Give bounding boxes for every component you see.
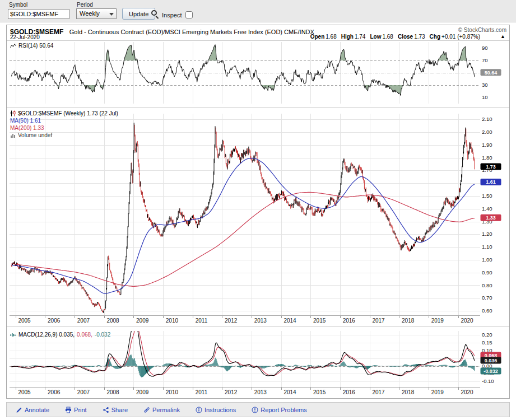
period-label: Period <box>77 2 93 8</box>
svg-text:2018: 2018 <box>402 389 415 395</box>
svg-text:2008: 2008 <box>106 318 119 324</box>
svg-text:1.20: 1.20 <box>482 231 492 237</box>
annotate-link[interactable]: Annotate <box>16 407 49 413</box>
permalink-link[interactable]: Permalink <box>143 407 180 413</box>
price-panel <box>11 123 475 313</box>
svg-text:2018: 2018 <box>402 318 415 324</box>
svg-text:2011: 2011 <box>196 389 208 395</box>
svg-text:0.15: 0.15 <box>482 339 492 346</box>
svg-text:1.33: 1.33 <box>486 215 496 221</box>
svg-text:1.80: 1.80 <box>482 155 492 161</box>
svg-text:2015: 2015 <box>313 318 326 324</box>
quote-open: Open1.68 <box>310 34 337 40</box>
volume-bars-icon <box>10 132 16 138</box>
svg-text:1.50: 1.50 <box>482 193 492 199</box>
ma200-legend: MA(200) 1.33 <box>10 125 44 131</box>
bottom-toolbar: Annotate Print Share Permalink <box>6 402 510 417</box>
info-icon <box>196 407 202 413</box>
svg-text:0.036: 0.036 <box>485 358 498 363</box>
svg-text:2017: 2017 <box>372 318 385 324</box>
macd-legend-hist: -0.032 <box>95 332 110 338</box>
chevron-down-icon <box>109 13 114 16</box>
svg-text:0.80: 0.80 <box>482 282 492 288</box>
macd-histogram-icon <box>10 332 16 338</box>
svg-text:2013: 2013 <box>254 389 267 395</box>
svg-text:2014: 2014 <box>283 389 296 395</box>
quote-row: Open1.68 High1.74 Low1.68 Close1.73 Chg+… <box>310 34 480 40</box>
top-toolbar: Symbol Period Weekly Update Inspect <box>0 0 516 22</box>
symbol-label: Symbol <box>9 2 27 8</box>
svg-text:30: 30 <box>482 82 488 88</box>
period-select[interactable]: Weekly <box>76 8 117 19</box>
quote-change: Chg+0.01 (+0.87%) <box>430 34 480 40</box>
svg-text:1.10: 1.10 <box>482 244 492 250</box>
svg-text:-0.10: -0.10 <box>482 378 494 384</box>
svg-text:0.70: 0.70 <box>482 295 492 301</box>
svg-text:2006: 2006 <box>48 318 61 324</box>
volume-legend-text: Volume undef <box>18 132 52 138</box>
price-legend: $GOLD:$MSEMF (Weekly) 1.73 (22 Jul) <box>10 110 118 116</box>
svg-text:50.64: 50.64 <box>485 70 498 76</box>
svg-text:2019: 2019 <box>431 389 444 395</box>
macd-legend: MACD(12,26,9) 0.035, 0.068, -0.032 <box>10 332 110 338</box>
svg-text:2010: 2010 <box>166 389 179 395</box>
report-problems-link[interactable]: Report Problems <box>252 407 307 413</box>
svg-text:1.73: 1.73 <box>486 164 496 170</box>
change-up-arrow-icon: ▲ <box>500 34 505 39</box>
candlestick-icon <box>10 110 16 116</box>
svg-text:2012: 2012 <box>225 389 238 395</box>
quote-high: High1.74 <box>341 34 366 40</box>
macd-legend-main: MACD(12,26,9) 0.035, <box>18 332 75 338</box>
chart-date: 22-Jul-2020 <box>10 34 40 40</box>
svg-text:2016: 2016 <box>343 389 356 395</box>
pencil-icon <box>16 407 22 413</box>
svg-text:0.90: 0.90 <box>482 269 492 276</box>
svg-text:2.00: 2.00 <box>482 129 492 135</box>
svg-text:2009: 2009 <box>136 318 149 324</box>
svg-text:2006: 2006 <box>48 389 61 395</box>
chart-container: 2005200620072008200920102011201220132014… <box>6 25 510 399</box>
svg-text:2020: 2020 <box>461 389 473 395</box>
macd-legend-signal: 0.068, <box>77 332 92 338</box>
rsi-indicator-icon <box>10 43 16 48</box>
svg-text:1.90: 1.90 <box>482 142 492 148</box>
link-icon <box>143 407 150 413</box>
svg-text:1.61: 1.61 <box>486 179 496 185</box>
svg-text:-0.032: -0.032 <box>484 368 498 374</box>
svg-text:70: 70 <box>482 57 488 63</box>
share-link[interactable]: Share <box>103 407 128 413</box>
svg-text:10: 10 <box>482 94 488 100</box>
rsi-panel <box>11 45 475 96</box>
svg-text:2012: 2012 <box>225 318 238 324</box>
svg-text:2007: 2007 <box>77 318 90 324</box>
svg-text:0.20: 0.20 <box>482 332 492 338</box>
svg-text:90: 90 <box>482 45 488 51</box>
svg-text:1.00: 1.00 <box>482 256 492 263</box>
svg-text:2.10: 2.10 <box>482 116 492 122</box>
svg-text:2007: 2007 <box>77 389 90 395</box>
quote-close: Close1.73 <box>398 34 425 40</box>
update-button[interactable]: Update <box>122 8 155 20</box>
ma200-legend-text: MA(200) 1.33 <box>10 125 44 131</box>
search-icon <box>151 10 157 16</box>
svg-text:2011: 2011 <box>196 318 208 324</box>
x-axis-labels: 2005200620072008200920102011201220132014… <box>18 318 473 395</box>
right-axis: 907030102.102.001.901.801.701.601.501.40… <box>481 45 501 384</box>
svg-text:2013: 2013 <box>254 318 267 324</box>
print-link[interactable]: Print <box>65 407 87 413</box>
svg-text:2019: 2019 <box>431 318 444 324</box>
svg-text:0.60: 0.60 <box>482 307 492 314</box>
svg-text:2005: 2005 <box>18 389 31 395</box>
chart-title: $GOLD:$MSEMF Gold - Continuous Contract … <box>10 26 314 36</box>
inspect-checkbox[interactable] <box>185 11 193 18</box>
svg-text:2014: 2014 <box>283 318 296 324</box>
printer-icon <box>65 407 72 413</box>
svg-text:2008: 2008 <box>106 389 119 395</box>
copyright: © StockCharts.com <box>458 27 506 33</box>
svg-text:2016: 2016 <box>343 318 356 324</box>
volume-legend: Volume undef <box>10 132 52 138</box>
ma50-legend-text: MA(50) 1.61 <box>10 118 41 124</box>
instructions-link[interactable]: Instructions <box>196 407 236 413</box>
chart-canvas: 2005200620072008200920102011201220132014… <box>7 25 509 398</box>
symbol-input[interactable] <box>8 9 69 19</box>
